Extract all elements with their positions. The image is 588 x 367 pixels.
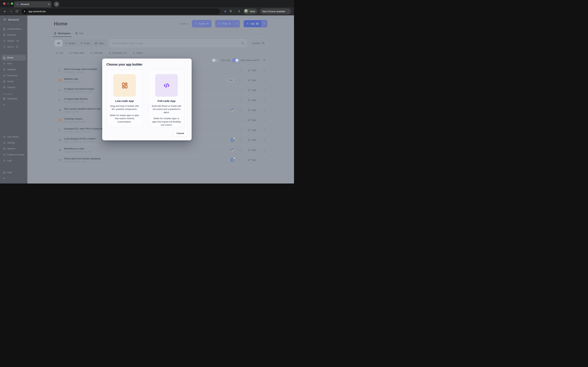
- low-code-tile: [113, 74, 136, 97]
- layout-dashboard-icon: [121, 82, 129, 90]
- low-code-note: Better for simple apps or apps that requ…: [109, 114, 140, 123]
- code-icon: [163, 82, 171, 90]
- low-code-title: Low-code App: [115, 100, 134, 103]
- full-code-title: Full-code App: [157, 100, 175, 103]
- browser-window: Windmill ✕ + app.windmill.dev ★: [0, 0, 294, 184]
- cancel-button[interactable]: Cancel: [173, 130, 187, 136]
- full-code-tile: [155, 74, 178, 97]
- full-code-app-card[interactable]: Full-code App Build with React or Svelte…: [148, 70, 185, 127]
- app-builder-modal: Choose your app builder Low-code App Dra…: [102, 58, 192, 140]
- full-code-description: Build with React or Svelte with full con…: [151, 105, 182, 114]
- low-code-description: Drag-and-drop UI builder with 60+ powerf…: [109, 105, 140, 111]
- full-code-note: Better for complex apps or apps that req…: [151, 117, 182, 126]
- low-code-app-card[interactable]: Low-code App Drag-and-drop UI builder wi…: [106, 70, 143, 127]
- modal-backdrop: Choose your app builder Low-code App Dra…: [0, 0, 294, 184]
- modal-title: Choose your app builder: [106, 63, 187, 67]
